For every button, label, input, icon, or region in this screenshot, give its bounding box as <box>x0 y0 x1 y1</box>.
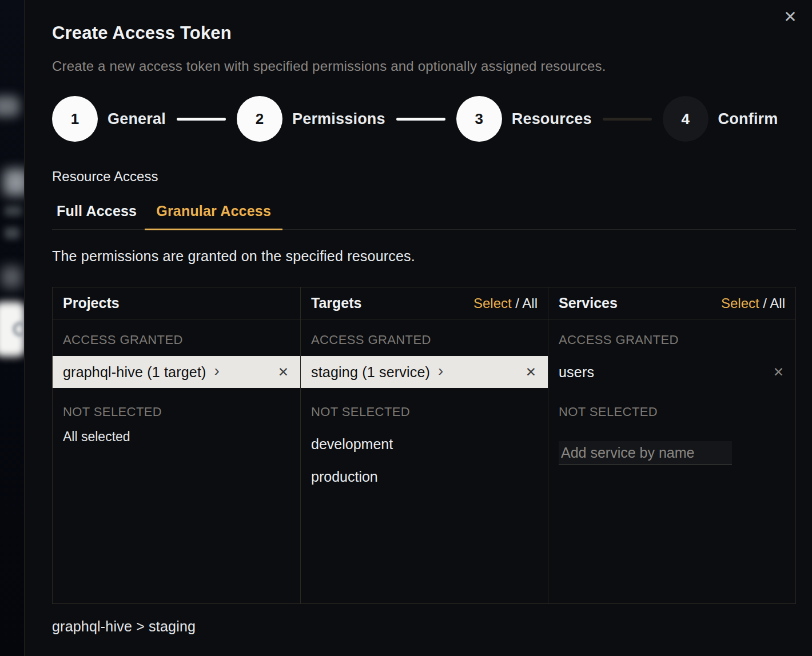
target-option-development[interactable]: development <box>301 428 548 461</box>
chevron-right-icon: › <box>438 363 443 381</box>
step-connector <box>396 118 445 121</box>
services-select-all[interactable]: Select / All <box>721 295 785 311</box>
screen: ✕ Create Access Token Create a new acces… <box>0 0 812 656</box>
projects-column-body: ACCESS GRANTED graphql-hive (1 target) ›… <box>53 319 300 446</box>
blurred-page-element <box>3 169 24 195</box>
step-connector <box>603 118 652 121</box>
resource-access-heading: Resource Access <box>52 169 796 185</box>
breadcrumb-separator: > <box>132 618 149 634</box>
tab-granular-access[interactable]: Granular Access <box>145 202 282 230</box>
dialog-subtitle: Create a new access token with specified… <box>52 58 796 74</box>
add-service-input[interactable] <box>559 441 732 465</box>
all-selected-note: All selected <box>53 428 300 446</box>
target-option-production[interactable]: production <box>301 461 548 493</box>
create-access-token-dialog: ✕ Create Access Token Create a new acces… <box>24 0 812 656</box>
targets-column-title: Targets <box>311 295 361 311</box>
granted-project-label: graphql-hive (1 target) <box>63 364 206 381</box>
projects-column: Projects ACCESS GRANTED graphql-hive (1 … <box>53 287 300 603</box>
chevron-right-icon: › <box>214 363 220 381</box>
granted-service-row[interactable]: users ✕ <box>548 356 795 388</box>
tab-full-access[interactable]: Full Access <box>52 202 145 230</box>
step-label: Confirm <box>718 110 778 128</box>
not-selected-label: NOT SELECTED <box>53 405 300 419</box>
access-mode-tabs: Full Access Granular Access <box>52 202 796 230</box>
not-selected-label: NOT SELECTED <box>548 405 795 419</box>
projects-column-title: Projects <box>63 295 120 311</box>
step-number-badge: 4 <box>663 96 708 142</box>
projects-column-header: Projects <box>53 287 300 319</box>
all-link[interactable]: All <box>770 295 785 311</box>
step-label: General <box>108 110 166 128</box>
remove-target-icon[interactable]: ✕ <box>524 365 538 380</box>
access-granted-label: ACCESS GRANTED <box>301 333 548 347</box>
wizard-stepper: 1 General 2 Permissions 3 Resources 4 Co… <box>52 96 796 142</box>
breadcrumb: graphql-hive > staging <box>52 618 796 635</box>
blurred-page-glyph <box>13 322 24 337</box>
access-granted-label: ACCESS GRANTED <box>53 333 300 347</box>
step-general[interactable]: 1 General <box>52 96 166 142</box>
breadcrumb-target: staging <box>149 618 196 634</box>
granted-project-row[interactable]: graphql-hive (1 target) › ✕ <box>53 356 300 388</box>
granted-target-label: staging (1 service) <box>311 364 430 381</box>
services-column-header: Services Select / All <box>548 287 795 319</box>
granted-target-row[interactable]: staging (1 service) › ✕ <box>301 356 548 388</box>
services-column-body: ACCESS GRANTED users ✕ NOT SELECTED <box>548 319 795 465</box>
step-label: Permissions <box>292 110 385 128</box>
select-link[interactable]: Select <box>721 295 759 311</box>
blurred-page-element <box>0 96 19 117</box>
resource-selection-table: Projects ACCESS GRANTED graphql-hive (1 … <box>52 287 796 604</box>
blurred-page-element <box>5 206 22 216</box>
remove-project-icon[interactable]: ✕ <box>277 365 290 380</box>
all-link[interactable]: All <box>522 295 538 311</box>
blurred-page-element <box>1 266 22 288</box>
not-selected-label: NOT SELECTED <box>301 405 548 419</box>
services-column: Services Select / All ACCESS GRANTED use… <box>548 287 795 603</box>
step-resources[interactable]: 3 Resources <box>456 96 592 142</box>
granted-service-label: users <box>559 364 594 381</box>
step-number-badge: 1 <box>52 96 98 142</box>
targets-column-header: Targets Select / All <box>301 287 548 319</box>
close-icon[interactable]: ✕ <box>779 6 802 29</box>
step-confirm[interactable]: 4 Confirm <box>663 96 778 142</box>
granular-access-description: The permissions are granted on the speci… <box>52 248 796 265</box>
step-permissions[interactable]: 2 Permissions <box>237 96 385 142</box>
step-label: Resources <box>512 110 592 128</box>
background-page-sliver <box>0 0 24 656</box>
step-connector <box>177 118 226 121</box>
targets-select-all[interactable]: Select / All <box>473 295 538 311</box>
step-number-badge: 2 <box>237 96 282 142</box>
services-column-title: Services <box>559 295 618 311</box>
blurred-page-element <box>5 227 19 239</box>
dialog-title: Create Access Token <box>52 23 796 43</box>
select-link[interactable]: Select <box>473 295 512 311</box>
targets-column: Targets Select / All ACCESS GRANTED stag… <box>300 287 548 603</box>
breadcrumb-project: graphql-hive <box>52 618 132 634</box>
targets-column-body: ACCESS GRANTED staging (1 service) › ✕ N… <box>301 319 548 493</box>
access-granted-label: ACCESS GRANTED <box>548 333 795 347</box>
step-number-badge: 3 <box>456 96 502 142</box>
remove-service-icon[interactable]: ✕ <box>772 365 785 380</box>
